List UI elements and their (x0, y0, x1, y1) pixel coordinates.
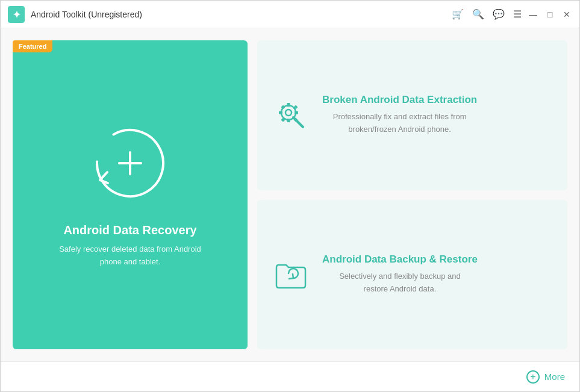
search-icon[interactable]: 🔍 (472, 8, 484, 20)
broken-extraction-card[interactable]: Broken Android Data Extraction Professio… (257, 40, 567, 190)
backup-restore-card[interactable]: Android Data Backup & Restore Selectivel… (257, 200, 567, 350)
more-button[interactable]: + More (526, 370, 565, 384)
toolbar-icons: 🛒 🔍 💬 ☰ (452, 8, 522, 20)
backup-card-title: Android Data Backup & Restore (322, 254, 478, 266)
maximize-button[interactable]: □ (544, 10, 555, 19)
extraction-card-text: Broken Android Data Extraction Professio… (322, 94, 477, 136)
svg-line-15 (293, 117, 303, 127)
right-panels: Broken Android Data Extraction Professio… (257, 40, 567, 349)
title-bar: ✦ Android Toolkit (Unregistered) 🛒 🔍 💬 ☰… (1, 1, 579, 28)
svg-rect-9 (279, 111, 282, 114)
more-label: More (544, 372, 565, 382)
menu-icon[interactable]: ☰ (513, 8, 522, 20)
backup-card-desc: Selectively and flexibly backup andresto… (322, 270, 478, 296)
extraction-card-desc: Professionally fix and extract files fro… (322, 111, 477, 136)
svg-rect-10 (295, 111, 298, 114)
backup-icon (272, 255, 310, 294)
featured-title: Android Data Recovery (63, 223, 196, 237)
svg-rect-7 (287, 103, 290, 107)
minimize-button[interactable]: — (528, 10, 538, 19)
recovery-icon (88, 121, 172, 205)
app-logo-icon: ✦ (8, 6, 25, 23)
svg-text:✦: ✦ (13, 10, 21, 20)
extraction-card-title: Broken Android Data Extraction (322, 94, 477, 106)
more-circle-icon: + (526, 370, 540, 384)
backup-card-text: Android Data Backup & Restore Selectivel… (322, 254, 478, 296)
close-button[interactable]: ✕ (561, 10, 572, 19)
svg-point-6 (285, 110, 292, 116)
chat-icon[interactable]: 💬 (493, 8, 505, 20)
featured-description: Safely recover deleted data from Android… (59, 243, 201, 269)
main-content: Featured Android Data Recovery Safely re… (1, 28, 579, 361)
cart-icon[interactable]: 🛒 (452, 8, 464, 20)
app-title: Android Toolkit (Unregistered) (31, 10, 452, 19)
featured-badge: Featured (13, 40, 52, 52)
featured-panel[interactable]: Featured Android Data Recovery Safely re… (13, 40, 248, 349)
app-window: ✦ Android Toolkit (Unregistered) 🛒 🔍 💬 ☰… (0, 0, 580, 392)
bottom-bar: + More (1, 361, 579, 391)
window-controls: — □ ✕ (528, 10, 572, 19)
extraction-icon (272, 96, 310, 134)
svg-rect-8 (287, 119, 290, 122)
